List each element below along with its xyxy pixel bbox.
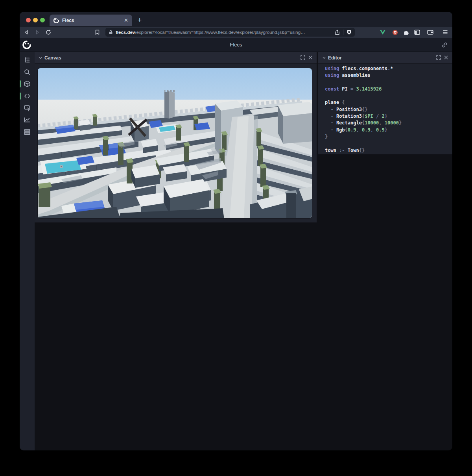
editor-panel: Editor using flecs.components.*using ass… — [318, 52, 452, 154]
app-header: Flecs — [20, 38, 452, 52]
close-editor-button[interactable] — [443, 55, 450, 61]
code-line: - Rectangle{10000, 10000} — [325, 120, 452, 126]
tab-bar: Flecs ✕ + — [20, 12, 452, 27]
url-host: flecs.dev — [116, 30, 135, 35]
extension-puzzle-icon[interactable] — [402, 28, 410, 37]
close-window-button[interactable] — [26, 18, 31, 22]
browser-tab[interactable]: Flecs ✕ — [50, 15, 132, 26]
share-icon[interactable] — [335, 30, 340, 35]
shield-icon[interactable] — [347, 30, 352, 35]
sidebar-item-search[interactable] — [24, 69, 31, 76]
canvas-3d-scene — [38, 68, 312, 219]
wallet-icon[interactable] — [426, 28, 435, 37]
sidebar-item-chart[interactable] — [24, 116, 31, 123]
chevron-down-icon[interactable] — [39, 56, 42, 60]
code-line — [325, 93, 452, 99]
code-line: - Rgb{0.9, 0.9, 0.9} — [325, 127, 452, 133]
new-tab-button[interactable]: + — [135, 15, 145, 25]
tab-title: Flecs — [62, 18, 124, 23]
bookmark-icon[interactable] — [93, 28, 101, 37]
active-indicator — [20, 93, 21, 100]
code-line: town :- Town{} — [325, 147, 452, 154]
tab-close-icon[interactable]: ✕ — [124, 17, 128, 23]
sidebar-item-entities[interactable] — [24, 80, 31, 87]
close-canvas-button[interactable] — [308, 55, 314, 61]
code-line: plane { — [325, 99, 452, 106]
lock-icon — [109, 30, 113, 35]
forward-button[interactable] — [33, 28, 42, 37]
page-title: Flecs — [20, 38, 452, 52]
code-line: const PI = 3.1415926 — [325, 86, 452, 93]
code-line: - Rotation3{$PI / 2} — [325, 113, 452, 120]
code-line — [325, 79, 452, 86]
editor-code[interactable]: using flecs.components.*using assemblies… — [318, 64, 452, 154]
url-bar[interactable]: flecs.dev/explorer/?local=true&wasm=http… — [105, 28, 355, 37]
extension-shield-red-icon[interactable] — [391, 28, 399, 37]
sidebar-item-tree[interactable] — [24, 56, 31, 63]
chevron-down-icon[interactable] — [322, 56, 326, 60]
back-button[interactable] — [22, 28, 31, 37]
url-text: flecs.dev/explorer/?local=true&wasm=http… — [116, 30, 335, 35]
sidebar — [20, 52, 35, 450]
url-path: /explorer/?local=true&wasm=https://www.f… — [135, 30, 305, 35]
sidebar-toggle-icon[interactable] — [413, 28, 421, 37]
editor-panel-title: Editor — [328, 55, 342, 61]
code-line — [325, 140, 452, 147]
editor-panel-header: Editor — [318, 52, 452, 64]
canvas-panel-title: Canvas — [44, 55, 61, 61]
extension-v-icon[interactable] — [378, 28, 387, 37]
canvas-panel-header: Canvas — [35, 52, 317, 64]
main-area: Canvas — [35, 52, 452, 450]
link-icon[interactable] — [441, 42, 448, 48]
sidebar-item-code[interactable] — [24, 93, 31, 100]
code-line: - Position3{} — [325, 106, 452, 113]
url-divider — [343, 30, 343, 35]
active-indicator — [20, 80, 21, 87]
code-line: using flecs.components.* — [325, 65, 452, 72]
zoom-window-button[interactable] — [40, 18, 45, 22]
navigation-toolbar: flecs.dev/explorer/?local=true&wasm=http… — [20, 27, 452, 38]
browser-window: Flecs ✕ + flecs.dev/explorer/?local=true… — [20, 12, 452, 450]
canvas-panel: Canvas — [35, 52, 317, 222]
expand-canvas-button[interactable] — [300, 55, 306, 61]
sidebar-item-rows[interactable] — [24, 128, 31, 135]
expand-editor-button[interactable] — [436, 55, 442, 61]
tab-favicon — [53, 18, 59, 23]
sidebar-item-inspect[interactable] — [24, 104, 31, 111]
menu-icon[interactable] — [441, 28, 450, 37]
canvas-3d-viewport[interactable] — [37, 68, 312, 219]
reload-button[interactable] — [44, 28, 53, 37]
minimize-window-button[interactable] — [33, 18, 38, 22]
code-line: using assemblies — [325, 72, 452, 79]
code-line: } — [325, 133, 452, 140]
